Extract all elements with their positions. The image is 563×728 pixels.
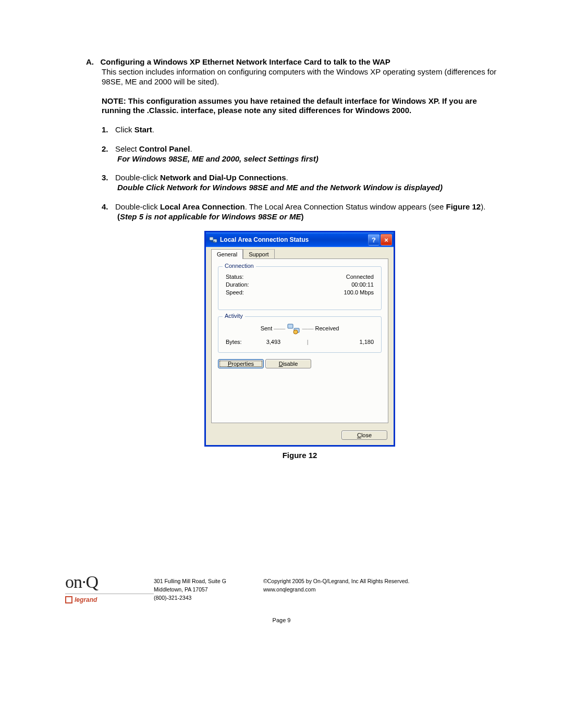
step-4: 4.Double-click Local Area Connection. Th… [102,202,498,222]
group-activity: Activity Sent —— [218,316,382,353]
page-number: Page 9 [65,617,498,623]
step-2: 2.Select Control Panel. For Windows 98SE… [102,144,498,164]
intro-paragraph: This section includes information on con… [102,67,498,87]
label-speed: Speed: [226,289,244,295]
close-button[interactable]: Close [341,430,387,440]
copyright-column: ©Copyright 2005 by On-Q/Legrand, Inc All… [263,574,498,594]
tab-support[interactable]: Support [243,249,275,259]
tab-strip: General Support [211,249,388,259]
group-legend-connection: Connection [223,263,256,269]
help-button[interactable]: ? [368,234,380,245]
figure-caption: Figure 12 [102,451,498,460]
window-title: Local Area Connection Status [220,236,367,243]
button-row: Properties Disable [218,359,382,368]
xp-dialog: Local Area Connection Status ? × General… [204,231,395,447]
tab-panel-general: Connection Status:Connected Duration:00:… [211,258,388,423]
legrand-square-icon [65,596,72,603]
address-column: 301 Fulling Mill Road, Suite G Middletow… [154,574,263,602]
svg-rect-2 [288,324,293,328]
value-bytes-sent: 3,493 [242,339,305,345]
group-legend-activity: Activity [223,313,245,319]
step-1: 1.Click Start. [102,125,498,135]
figure-12: Local Area Connection Status ? × General… [102,231,498,460]
label-received: Received [315,325,339,331]
value-bytes-received: 1,180 [310,339,374,345]
tab-general[interactable]: General [211,249,243,259]
addr-line-2: Middletown, PA 17057 [154,586,263,594]
value-status: Connected [346,274,374,280]
steps-list: 1.Click Start. 2.Select Control Panel. F… [102,125,498,221]
page-footer: on·Q legrand 301 Fulling Mill Road, Suit… [0,574,563,623]
copyright: ©Copyright 2005 by On-Q/Legrand, Inc All… [263,577,498,586]
group-connection: Connection Status:Connected Duration:00:… [218,266,382,310]
phone: (800)-321-2343 [154,594,263,602]
step-3: 3.Double-click Network and Dial-Up Conne… [102,173,498,193]
value-duration: 00:00:11 [351,281,374,288]
close-x-button[interactable]: × [381,234,392,245]
network-icon [209,236,217,244]
onq-logo: on·Q [65,574,154,590]
section-heading: A. Configuring a Windows XP Ethernet Net… [86,57,498,66]
svg-rect-0 [210,237,213,240]
addr-line-1: 301 Fulling Mill Road, Suite G [154,577,263,586]
logo-block: on·Q legrand [65,574,154,603]
label-bytes: Bytes: [226,339,242,345]
url: www.onqlegrand.com [263,586,498,594]
section-letter: A. [86,57,94,66]
label-duration: Duration: [226,281,249,288]
value-speed: 100.0 Mbps [344,289,374,295]
disable-button[interactable]: Disable [265,359,311,368]
label-sent: Sent [261,325,273,331]
legrand-logo: legrand [65,594,154,603]
properties-button[interactable]: Properties [218,359,264,368]
titlebar[interactable]: Local Area Connection Status ? × [206,232,394,247]
activity-icon [287,323,300,335]
section-title: Configuring a Windows XP Ethernet Networ… [101,57,390,66]
label-status: Status: [226,274,243,280]
svg-point-4 [293,330,298,334]
note-paragraph: NOTE: This configuration assumes you hav… [102,96,498,116]
